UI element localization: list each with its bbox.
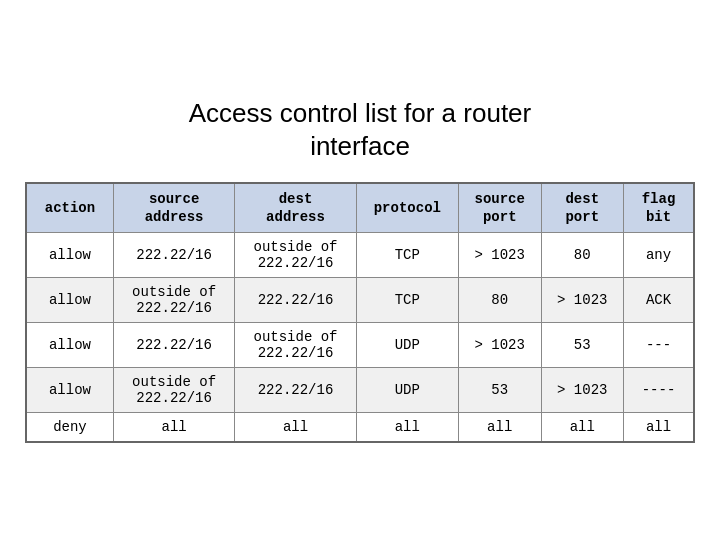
table-cell: 53: [541, 323, 624, 368]
col-header-flag-bit: flagbit: [624, 183, 694, 233]
table-cell: outside of222.22/16: [235, 233, 356, 278]
col-header-source-address: sourceaddress: [113, 183, 234, 233]
table-cell: outside of222.22/16: [113, 368, 234, 413]
table-cell: outside of222.22/16: [235, 323, 356, 368]
table-cell: 222.22/16: [113, 233, 234, 278]
table-cell: UDP: [356, 323, 458, 368]
table-cell: TCP: [356, 278, 458, 323]
table-cell: > 1023: [541, 278, 624, 323]
table-cell: all: [356, 413, 458, 443]
table-header-row: action sourceaddress destaddress protoco…: [26, 183, 694, 233]
table-cell: TCP: [356, 233, 458, 278]
table-cell: 222.22/16: [235, 278, 356, 323]
table-cell: 222.22/16: [113, 323, 234, 368]
table-cell: all: [235, 413, 356, 443]
table-cell: UDP: [356, 368, 458, 413]
table-cell: all: [541, 413, 624, 443]
table-cell: > 1023: [541, 368, 624, 413]
table-cell: ----: [624, 368, 694, 413]
table-cell: 222.22/16: [235, 368, 356, 413]
table-cell: ---: [624, 323, 694, 368]
table-cell: 80: [541, 233, 624, 278]
col-header-protocol: protocol: [356, 183, 458, 233]
table-cell: > 1023: [458, 323, 541, 368]
col-header-dest-address: destaddress: [235, 183, 356, 233]
table-cell: all: [624, 413, 694, 443]
table-cell: allow: [26, 323, 113, 368]
col-header-action: action: [26, 183, 113, 233]
acl-table: action sourceaddress destaddress protoco…: [25, 182, 695, 443]
table-row: denyallallallallallall: [26, 413, 694, 443]
table-cell: outside of222.22/16: [113, 278, 234, 323]
col-header-source-port: sourceport: [458, 183, 541, 233]
table-row: allow222.22/16outside of222.22/16TCP> 10…: [26, 233, 694, 278]
table-cell: all: [113, 413, 234, 443]
table-cell: allow: [26, 368, 113, 413]
table-cell: any: [624, 233, 694, 278]
table-cell: ACK: [624, 278, 694, 323]
table-row: allowoutside of222.22/16222.22/16TCP80> …: [26, 278, 694, 323]
table-row: allow222.22/16outside of222.22/16UDP> 10…: [26, 323, 694, 368]
table-cell: deny: [26, 413, 113, 443]
table-cell: allow: [26, 278, 113, 323]
table-row: allowoutside of222.22/16222.22/16UDP53> …: [26, 368, 694, 413]
page-title: Access control list for a routerinterfac…: [189, 97, 531, 165]
table-cell: 80: [458, 278, 541, 323]
col-header-dest-port: destport: [541, 183, 624, 233]
table-cell: allow: [26, 233, 113, 278]
table-cell: > 1023: [458, 233, 541, 278]
table-cell: 53: [458, 368, 541, 413]
table-cell: all: [458, 413, 541, 443]
